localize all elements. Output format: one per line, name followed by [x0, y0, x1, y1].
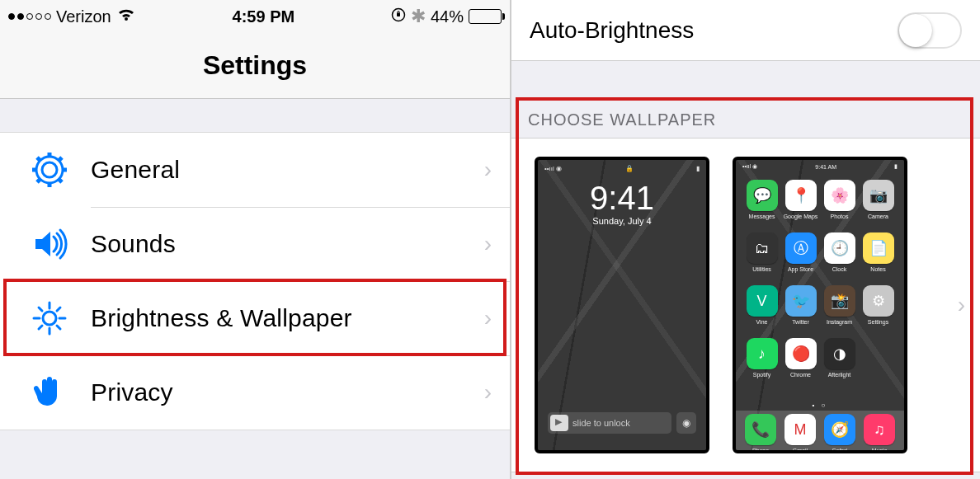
chevron-right-icon: ›	[484, 305, 492, 331]
lock-time: 9:41	[538, 181, 706, 214]
gear-icon	[8, 151, 91, 189]
signal-icon: ••ııl ◉	[742, 163, 757, 170]
wifi-icon	[116, 7, 136, 26]
app-icon-vine: VVine	[744, 285, 780, 335]
app-icon-spotify: ♪Spotify	[744, 338, 780, 387]
brightness-icon	[8, 299, 91, 337]
homescreen-preview: ••ııl ◉ 9:41 AM ▮ 💬Messages📍Google Maps🌸…	[733, 157, 907, 453]
camera-shortcut-icon: ◉	[676, 412, 696, 434]
settings-row-general[interactable]: General ›	[0, 133, 510, 207]
settings-list: General › Sounds › Brightness & Wallpape…	[0, 132, 510, 430]
status-time: 4:59 PM	[233, 7, 295, 26]
svg-line-8	[37, 157, 40, 161]
status-time: 9:41 AM	[815, 164, 836, 170]
rotation-lock-icon	[391, 7, 406, 26]
auto-brightness-row[interactable]: Auto-Brightness	[511, 0, 980, 61]
settings-row-brightness-wallpaper[interactable]: Brightness & Wallpaper ›	[0, 281, 510, 355]
row-label: Privacy	[91, 378, 484, 406]
carrier-label: Verizon	[56, 7, 111, 26]
battery-icon: ▮	[696, 165, 700, 172]
app-icon-utilities: 🗂Utilities	[744, 232, 780, 282]
chevron-right-icon: ›	[484, 231, 492, 257]
app-icon-settings: ⚙Settings	[860, 285, 896, 335]
app-icon-app-store: ⒶApp Store	[783, 232, 818, 282]
section-header-choose-wallpaper: CHOOSE WALLPAPER	[511, 101, 980, 138]
svg-rect-1	[397, 12, 400, 16]
app-icon-photos: 🌸Photos	[822, 180, 857, 229]
app-icon-camera: 📷Camera	[860, 180, 896, 229]
app-icon-notes: 📄Notes	[860, 232, 896, 282]
app-icon-music: ♫Music	[864, 414, 895, 453]
lockscreen-preview: ••ııl ◉ 🔒 ▮ 9:41 Sunday, July 4 slide to…	[535, 157, 709, 453]
page-title: Settings	[0, 33, 510, 99]
app-icon-google-maps: 📍Google Maps	[783, 180, 818, 229]
battery-percent: 44%	[431, 7, 464, 26]
app-icon-afterlight: ◑Afterlight	[822, 338, 857, 387]
svg-point-12	[43, 312, 56, 325]
chevron-right-icon: ›	[958, 292, 965, 318]
app-icon-messages: 💬Messages	[744, 180, 780, 229]
app-icon-phone: 📞Phone	[745, 414, 776, 453]
battery-icon: ▮	[894, 163, 898, 170]
brightness-wallpaper-screen: Auto-Brightness CHOOSE WALLPAPER ••ııl ◉…	[511, 0, 980, 479]
battery-icon	[469, 9, 502, 24]
svg-line-10	[37, 179, 40, 182]
svg-line-9	[59, 179, 62, 182]
page-dots-icon: • ○	[736, 402, 904, 409]
status-bar: Verizon 4:59 PM ✱ 44%	[0, 0, 510, 33]
svg-line-18	[57, 326, 60, 329]
svg-line-11	[59, 157, 62, 161]
row-label: Auto-Brightness	[530, 17, 694, 44]
lock-date: Sunday, July 4	[538, 216, 706, 226]
svg-line-19	[39, 326, 42, 329]
speaker-icon	[8, 225, 91, 263]
app-icon-instagram: 📸Instagram	[822, 285, 857, 335]
app-icon-twitter: 🐦Twitter	[783, 285, 818, 335]
auto-brightness-switch[interactable]	[898, 12, 962, 49]
chevron-right-icon: ›	[484, 379, 492, 406]
svg-point-2	[42, 162, 57, 177]
app-icon-clock: 🕘Clock	[822, 232, 857, 282]
svg-line-20	[57, 308, 60, 311]
svg-line-17	[39, 308, 42, 311]
slide-to-unlock: slide to unlock	[548, 412, 671, 434]
chevron-right-icon: ›	[484, 157, 492, 183]
row-label: Brightness & Wallpaper	[91, 304, 484, 332]
hand-icon	[8, 373, 91, 411]
row-label: General	[91, 156, 484, 184]
lock-icon: 🔒	[625, 165, 634, 172]
bluetooth-icon: ✱	[411, 6, 426, 27]
signal-strength-icon	[8, 13, 51, 20]
app-icon-chrome: 🔴Chrome	[783, 338, 818, 387]
app-icon-gmail: MGmail	[784, 414, 816, 453]
settings-row-sounds[interactable]: Sounds ›	[0, 207, 510, 281]
row-label: Sounds	[91, 230, 484, 258]
choose-wallpaper-cell[interactable]: ••ııl ◉ 🔒 ▮ 9:41 Sunday, July 4 slide to…	[511, 138, 980, 472]
app-icon-safari: 🧭Safari	[824, 414, 855, 453]
settings-screen: Verizon 4:59 PM ✱ 44% Settings General ›	[0, 0, 511, 479]
settings-row-privacy[interactable]: Privacy ›	[0, 355, 510, 430]
signal-icon: ••ııl ◉	[544, 165, 562, 172]
